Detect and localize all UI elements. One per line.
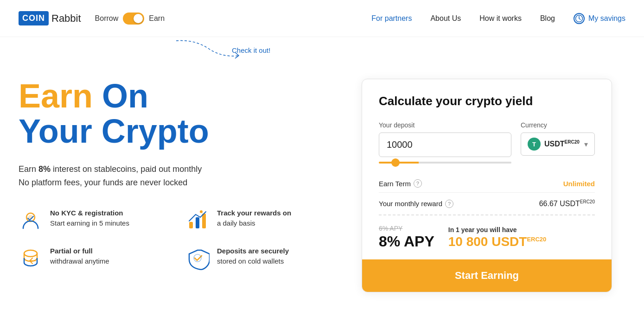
feature-track-sub: a daily basis [217,219,255,227]
calc-title: Calculate your crypto yield [379,94,595,108]
feature-kyc-text: No KYC & registration Start earning in 5… [50,208,129,229]
track-icon [185,208,210,232]
apy-new: 8% APY [379,233,434,250]
feature-track-text: Track your rewards on a daily basis [217,208,291,229]
borrow-earn-toggle-group: Borrow Earn [95,13,165,25]
main-content: Earn OnYour Crypto Earn 8% interest on s… [0,65,644,311]
nav-about-us[interactable]: About Us [430,14,461,23]
feature-track: Track your rewards on a daily basis [185,208,334,232]
my-savings-label: My savings [588,14,625,23]
hero-sub-line2: No platform fees, your funds are never l… [19,178,187,187]
feature-kyc-sub: Start earning in 5 minutes [50,219,129,227]
earn-term-row: Earn Term ? Unlimited [379,175,595,193]
feature-withdrawal: Partial or full withdrawal anytime [19,246,167,270]
logo[interactable]: COIN Rabbit [19,11,81,25]
currency-label: Currency [521,121,595,129]
year-value: 10 800 USDTERC20 [448,234,547,249]
check-it-out-label: Check it out! [232,46,270,54]
nav-for-partners[interactable]: For partners [371,14,412,23]
usdt-icon: T [528,138,541,151]
feature-kyc-title: No KYC & registration [50,209,123,217]
hero-section: Earn OnYour Crypto Earn 8% interest on s… [19,79,334,292]
apy-old: 6% APY [379,225,434,232]
svg-rect-4 [196,217,199,228]
my-savings-link[interactable]: My savings [574,13,625,24]
feature-cold-wallet-title: Deposits are securely [217,247,289,255]
earn-term-value: Unlimited [563,180,595,188]
chevron-down-icon: ▾ [584,140,588,149]
check-it-out-area: Check it out! [0,37,644,65]
logo-icon: COIN [19,11,49,25]
feature-kyc: No KYC & registration Start earning in 5… [19,208,167,232]
withdrawal-icon [19,246,43,270]
monthly-reward-row: Your monthly reward ? 66.67 USDTERC20 [379,193,595,214]
feature-track-title: Track your rewards on [217,209,291,217]
svg-point-6 [200,210,203,213]
earn-label: Earn [149,14,165,23]
nav-links: For partners About Us How it works Blog … [371,13,625,24]
feature-withdrawal-sub: withdrawal anytime [50,257,109,265]
deposit-input-wrap [379,132,511,157]
currency-field: Currency T USDTERC20 ▾ [521,121,595,165]
hero-sub-line1: interest on stablecoins, paid out monthl… [53,164,202,174]
deposit-field: Your deposit [379,121,511,165]
svg-rect-5 [202,214,206,228]
year-label: In 1 year you will have [448,226,547,233]
earn-term-label: Earn Term ? [379,179,422,188]
currency-sup: ERC20 [565,139,580,145]
calc-bottom-section: 6% APY 8% APY In 1 year you will have 10… [379,214,595,259]
start-earning-button[interactable]: Start Earning [362,259,612,292]
borrow-label: Borrow [95,14,119,23]
calculator-card: Calculate your crypto yield Your deposit… [362,79,612,292]
monthly-reward-label: Your monthly reward ? [379,200,453,208]
toggle-knob [134,14,143,23]
header: COIN Rabbit Borrow Earn For partners Abo… [0,0,644,37]
monthly-reward-info-icon[interactable]: ? [445,200,453,208]
svg-point-7 [24,250,37,257]
currency-select[interactable]: T USDTERC20 ▾ [521,132,595,156]
svg-rect-3 [189,222,193,228]
nav-how-it-works[interactable]: How it works [479,14,522,23]
kyc-icon [19,208,43,232]
feature-cold-wallet: Deposits are securely stored on cold wal… [185,246,334,270]
feature-cold-wallet-text: Deposits are securely stored on cold wal… [217,246,289,267]
calc-inputs-row: Your deposit Currency T USDTERC20 ▾ [379,121,595,165]
hero-subtitle: Earn 8% interest on stablecoins, paid ou… [19,163,334,189]
nav-blog[interactable]: Blog [540,14,555,23]
feature-cold-wallet-sub: stored on cold wallets [217,257,284,265]
feature-withdrawal-text: Partial or full withdrawal anytime [50,246,109,267]
deposit-label: Your deposit [379,121,511,129]
apy-section: 6% APY 8% APY [379,225,434,250]
deposit-input[interactable] [387,139,504,150]
cold-wallet-icon [185,246,210,270]
currency-name: USDTERC20 [544,139,580,148]
savings-icon [574,13,585,24]
year-section: In 1 year you will have 10 800 USDTERC20 [448,226,547,249]
deposit-slider[interactable] [379,162,511,164]
logo-text: Rabbit [51,13,81,25]
monthly-reward-value: 66.67 USDTERC20 [539,199,595,208]
feature-withdrawal-title: Partial or full [50,247,93,255]
borrow-earn-toggle[interactable] [123,13,144,25]
hero-earn: Earn [19,77,93,114]
hero-pct: 8% [38,164,51,174]
hero-title: Earn OnYour Crypto [19,79,334,149]
earn-term-info-icon[interactable]: ? [414,179,422,188]
features-grid: No KYC & registration Start earning in 5… [19,208,334,270]
